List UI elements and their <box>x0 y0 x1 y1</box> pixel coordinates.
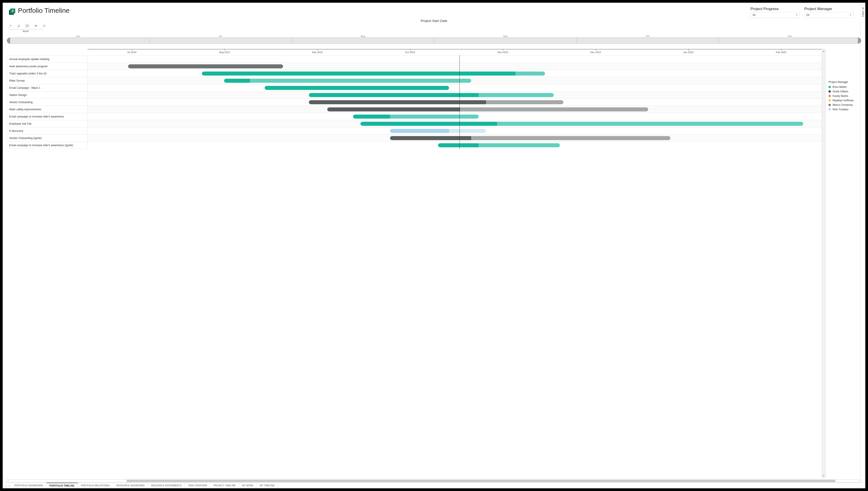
gantt-bar[interactable] <box>360 122 803 126</box>
axis-tick: Nov 2019 <box>498 49 508 54</box>
header: P Portfolio Timeline Project Progress Al… <box>3 3 865 18</box>
tab-nav-prev[interactable]: ◂ <box>4 483 8 488</box>
legend-item[interactable]: Kasey Banks <box>829 94 861 97</box>
gantt-row <box>87 120 825 127</box>
filter-manager-dropdown[interactable]: All <box>804 12 853 18</box>
gantt-row <box>87 62 825 70</box>
granularity-option-y[interactable]: Y <box>9 24 12 27</box>
page-tabs: ◂ ▸ PORTFOLIO DASHBOARDPORTFOLIO TIMELIN… <box>3 483 865 488</box>
today-marker <box>459 55 460 149</box>
gantt-row <box>87 91 825 98</box>
filter-progress-label: Project Progress <box>751 7 800 11</box>
axis-tick: Jan 2020 <box>683 49 693 54</box>
granularity-option-d[interactable]: D <box>43 24 46 27</box>
gantt-row <box>87 70 825 77</box>
page-tab[interactable]: RESOURCE ASSIGNMENTS <box>148 483 185 488</box>
page-tab[interactable]: PROJECT TIMELINE <box>211 483 239 488</box>
scroll-left-icon[interactable]: ‹ <box>7 480 10 482</box>
legend-label: Nick Trudeau <box>833 108 848 111</box>
scroll-up-icon[interactable]: ▴ <box>822 49 825 53</box>
gantt-row-label: Station Design <box>7 91 87 98</box>
vertical-scrollbar[interactable]: ▴ ▾ <box>822 49 825 478</box>
legend-swatch-icon <box>829 99 831 102</box>
legend-swatch-icon <box>829 95 831 97</box>
gantt-bar[interactable] <box>309 93 554 97</box>
filters-rail-label: Filters <box>862 11 864 17</box>
gantt-row <box>87 142 825 149</box>
gantt-row-headers: Annual employee update meetingHeat aware… <box>7 49 87 478</box>
gantt-row <box>87 113 825 120</box>
scrollbar-thumb[interactable] <box>127 480 836 482</box>
gantt-row-label: Rider safety improvements <box>7 106 87 113</box>
page-tab[interactable]: RESOURCE DASHBOARD <box>113 483 148 488</box>
gantt-row-label: Email campaign to increase rider's aware… <box>7 113 87 120</box>
legend-swatch-icon <box>829 90 831 93</box>
page-tab[interactable]: TASK OVERVIEW <box>185 483 211 488</box>
gantt-bar[interactable] <box>390 129 486 133</box>
gantt-bar[interactable] <box>438 143 560 147</box>
page-tab[interactable]: PORTFOLIO MILESTONES <box>78 483 113 488</box>
gantt-row-label: Vendor Onboarding <box>7 98 87 106</box>
app-logo-icon: P <box>9 8 15 15</box>
overview-month-label: Jul <box>149 35 291 37</box>
overview-handle-left[interactable] <box>7 38 10 44</box>
scroll-right-icon[interactable]: › <box>858 480 861 482</box>
filter-project-manager: Project Manager All <box>804 7 853 18</box>
gantt-row-label: Rider Survey <box>7 77 87 84</box>
gantt-bar[interactable] <box>309 100 563 104</box>
granularity-caption: Month <box>9 30 43 32</box>
legend-label: Greta Gilliam <box>833 90 848 93</box>
gantt-bar[interactable] <box>128 64 283 68</box>
header-filters: Project Progress All Project Manager All <box>751 7 859 18</box>
filter-progress-dropdown[interactable]: All <box>751 12 800 18</box>
axis-tick: Sep 2019 <box>312 49 323 54</box>
legend-label: Marco Christmas <box>833 103 853 107</box>
legend-item[interactable]: Madelyn Hoffman <box>829 99 861 102</box>
legend-label: Elva Hebert <box>833 85 847 89</box>
overview-timeline[interactable]: JunJulAugSepOctNov <box>7 35 861 44</box>
legend-swatch-icon <box>829 108 831 111</box>
axis-tick: Feb 2020 <box>776 49 786 54</box>
gantt-bar[interactable] <box>265 86 449 90</box>
gantt-row-label: Employee Job Fair <box>7 120 87 127</box>
report-frame: P Portfolio Timeline Project Progress Al… <box>3 3 865 488</box>
gantt-bar[interactable] <box>224 79 471 83</box>
legend-item[interactable]: Greta Gilliam <box>829 90 861 93</box>
axis-tick: Oct 2019 <box>405 49 415 54</box>
gantt-row-label: Vendor Onboarding (Ignite) <box>7 134 87 142</box>
legend-label: Madelyn Hoffman <box>833 99 853 102</box>
gantt-row <box>87 127 825 134</box>
page-tab[interactable]: PORTFOLIO TIMELINE <box>47 483 78 488</box>
gantt-plot-area[interactable]: Jul 2019Aug 2019Sep 2019Oct 2019Nov 2019… <box>87 49 825 478</box>
horizontal-scrollbar[interactable]: ‹ › <box>7 479 861 483</box>
legend-title: Project Manager <box>829 81 861 84</box>
filter-project-progress: Project Progress All <box>751 7 800 18</box>
page-tab[interactable]: MY WORK <box>239 483 257 488</box>
scroll-down-icon[interactable]: ▾ <box>822 474 825 477</box>
granularity-selector[interactable]: YQMWD Month <box>9 24 865 32</box>
granularity-option-w[interactable]: W <box>34 24 38 27</box>
legend-swatch-icon <box>829 86 831 88</box>
gantt-row <box>87 84 825 91</box>
page-tab[interactable]: MY TIMELINE <box>257 483 278 488</box>
funnel-icon <box>862 8 864 10</box>
gantt-bar[interactable] <box>390 136 670 140</box>
legend-item[interactable]: Elva Hebert <box>829 85 861 89</box>
legend: Project Manager Elva HebertGreta Gilliam… <box>825 49 861 478</box>
gantt-row-label: Annual employee update meeting <box>7 55 87 62</box>
legend-label: Kasey Banks <box>833 94 848 97</box>
gantt-bar[interactable] <box>202 71 545 76</box>
gantt-row-label: Track upgrades (miles 3 thru 6) <box>7 70 87 77</box>
chevron-down-icon <box>849 14 851 16</box>
page-tab[interactable]: PORTFOLIO DASHBOARD <box>11 483 47 488</box>
filter-manager-value: All <box>806 13 809 17</box>
gantt-row <box>87 98 825 106</box>
chevron-left-icon: ‹ <box>863 4 864 6</box>
legend-item[interactable]: Nick Trudeau <box>829 108 861 111</box>
chart-title: Project Start Date <box>3 19 865 23</box>
legend-item[interactable]: Marco Christmas <box>829 103 861 107</box>
filters-pane-collapsed[interactable]: ‹ Filters <box>860 3 865 483</box>
filter-progress-value: All <box>753 13 755 17</box>
tab-nav-next[interactable]: ▸ <box>8 483 11 488</box>
gantt-bar[interactable] <box>327 107 648 111</box>
